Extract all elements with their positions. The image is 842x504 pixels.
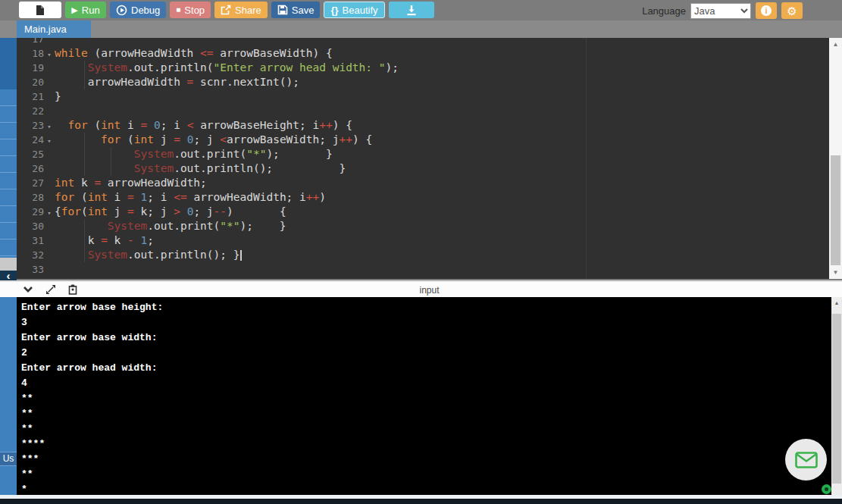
gear-icon: ⚙ [787, 5, 797, 17]
save-button[interactable]: Save [271, 2, 321, 18]
console-line: *** [21, 452, 831, 467]
console-output[interactable]: Enter arrow base height:3Enter arrow bas… [17, 297, 831, 495]
console-line: Enter arrow head width: [21, 361, 831, 376]
debug-label: Debug [131, 5, 160, 16]
chat-bubble-button[interactable] [785, 439, 827, 481]
save-label: Save [292, 5, 315, 16]
console-line: ** [21, 421, 831, 437]
code-line[interactable]: 33 [17, 262, 829, 277]
info-icon: i [761, 5, 772, 16]
console-scrollbar[interactable]: ▲ [831, 297, 842, 495]
code-line[interactable]: 17 [17, 38, 829, 46]
line-number: 21 [17, 89, 44, 104]
console-line: 2 [21, 346, 831, 361]
line-number: 19 [17, 61, 44, 75]
code-line[interactable]: 23▾ for (int i = 0; i < arrowBaseHeight;… [17, 118, 829, 133]
download-button[interactable] [389, 2, 434, 18]
info-button[interactable]: i [756, 2, 777, 19]
code-line[interactable]: 27int k = arrowHeadWidth; [17, 176, 829, 190]
beautify-button[interactable]: {} Beautify [324, 2, 384, 18]
indent-guide [111, 147, 111, 161]
envelope-icon [795, 452, 818, 468]
code-line[interactable]: 18▾while (arrowHeadWidth <= arrowBaseWid… [17, 46, 829, 61]
console-scrollbar-thumb[interactable] [832, 314, 841, 484]
toolbar-buttons: ▶ Run Debug ■ Stop Share [19, 2, 434, 18]
run-button[interactable]: ▶ Run [65, 2, 106, 18]
indent-guide [84, 147, 85, 161]
sidebar-item-partial[interactable]: Us [0, 452, 17, 466]
console-line: Enter arrow base height: [21, 300, 831, 315]
line-number: 24 [17, 133, 44, 147]
code-text: } [55, 90, 61, 102]
debug-button[interactable]: Debug [110, 2, 166, 18]
code-text: System.out.println(); } [55, 249, 242, 261]
braces-icon: {} [330, 5, 338, 16]
settings-button[interactable]: ⚙ [781, 2, 803, 19]
code-line[interactable]: 31 k = k - 1; [17, 233, 829, 248]
new-file-button[interactable] [19, 2, 61, 18]
text-cursor [240, 250, 242, 261]
download-icon [405, 5, 418, 16]
indent-guide [84, 161, 85, 176]
code-line[interactable]: 32 System.out.println(); } [17, 248, 829, 262]
sidebar-segment-header[interactable] [0, 38, 17, 89]
code-line[interactable]: 19 System.out.println("Enter arrow head … [17, 61, 829, 75]
code-line[interactable]: 25 System.out.print("*"); } [17, 147, 829, 161]
scroll-up-arrow-icon[interactable]: ▲ [829, 39, 842, 49]
sidebar-menu-items-edge[interactable] [0, 89, 17, 258]
play-icon: ▶ [71, 6, 77, 14]
editor-scrollbar-thumb[interactable] [831, 155, 840, 265]
code-text: for (int i = 0; i < arrowBaseHeight; i++… [55, 119, 352, 131]
console-line: Enter arrow base width: [21, 330, 831, 346]
code-text: {for(int j = k; j > 0; j--) { [55, 205, 286, 218]
line-number: 29 [17, 205, 44, 219]
code-line[interactable]: 28for (int i = 1; i <= arrowHeadWidth; i… [17, 190, 829, 205]
line-number: 25 [17, 147, 44, 161]
language-controls: Language Java i ⚙ [642, 2, 803, 19]
line-number: 28 [17, 190, 44, 205]
code-text: arrowHeadWidth = scnr.nextInt(); [55, 76, 299, 88]
indent-guide [84, 233, 85, 248]
editor-scrollbar[interactable]: ▲ ▼ [829, 38, 842, 279]
indent-guide [111, 161, 111, 176]
line-number: 32 [17, 248, 44, 262]
code-line[interactable]: 24▾ for (int j = 0; j <arrowBaseWidth; j… [17, 133, 829, 147]
indent-guide [84, 61, 85, 75]
line-number: 20 [17, 75, 44, 89]
online-ide-window: ‹ Us ▶ Run Debug ■ [0, 0, 842, 504]
stop-square-icon: ■ [176, 6, 180, 14]
status-badge[interactable] [822, 484, 831, 494]
console-line: ** [21, 467, 831, 482]
stop-button[interactable]: ■ Stop [170, 2, 211, 18]
console-line: **** [21, 437, 831, 452]
share-label: Share [235, 5, 261, 16]
footer-bar [0, 499, 842, 504]
line-number: 18 [17, 46, 44, 61]
line-number: 26 [17, 161, 44, 176]
code-line[interactable]: 22 [17, 104, 829, 118]
code-line[interactable]: 26 System.out.println(); } [17, 161, 829, 176]
language-label: Language [642, 5, 686, 17]
toolbar: ▶ Run Debug ■ Stop Share [0, 0, 842, 20]
code-line[interactable]: 30 System.out.print("*"); } [17, 219, 829, 233]
code-line[interactable]: 29▾{for(int j = k; j > 0; j--) { [17, 205, 829, 219]
beautify-label: Beautify [343, 5, 378, 16]
line-number: 27 [17, 176, 44, 190]
tab-main-java[interactable]: Main.java [17, 20, 91, 38]
console-line: 3 [21, 315, 831, 330]
code-text: System.out.println(); } [55, 162, 346, 174]
floppy-icon [277, 5, 288, 15]
scroll-down-arrow-icon[interactable]: ▼ [829, 268, 842, 277]
indent-guide [84, 75, 85, 89]
code-line[interactable]: 21} [17, 89, 829, 104]
share-button[interactable]: Share [214, 2, 268, 18]
console-scroll-up-arrow-icon[interactable]: ▲ [831, 299, 842, 308]
code-line[interactable]: 20 arrowHeadWidth = scnr.nextInt(); [17, 75, 829, 89]
code-editor[interactable]: 1718▾while (arrowHeadWidth <= arrowBaseW… [17, 38, 829, 279]
left-sidebar-rail: ‹ Us [0, 0, 17, 495]
line-number: 22 [17, 104, 44, 118]
code-text: int k = arrowHeadWidth; [55, 177, 207, 189]
console-line: * [21, 482, 831, 495]
language-select[interactable]: Java [690, 3, 751, 19]
indent-guide [84, 133, 85, 147]
